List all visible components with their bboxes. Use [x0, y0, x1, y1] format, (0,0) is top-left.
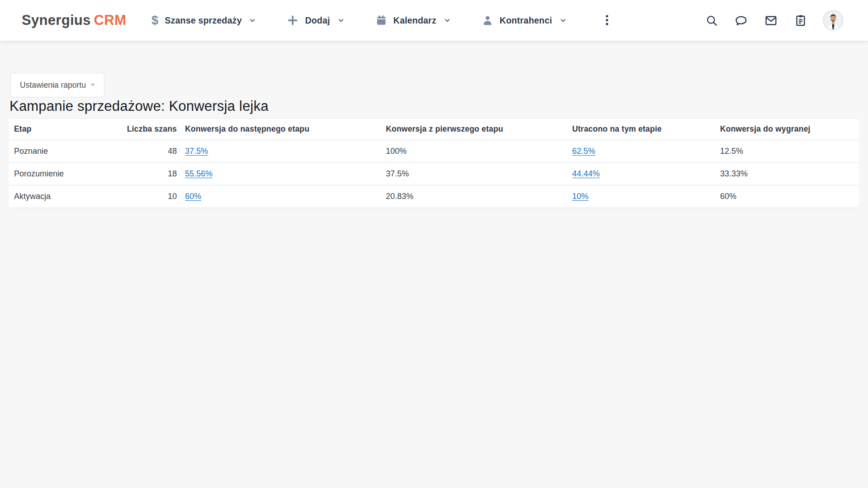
app-logo[interactable]: SynergiusCRM — [22, 12, 126, 28]
nav-item-kontrahenci[interactable]: Kontrahenci — [481, 12, 568, 29]
conversion-to-won: 60% — [712, 185, 859, 208]
next-stage-conversion-link[interactable]: 55.56% — [185, 169, 213, 178]
logo-text-primary: Synergius — [22, 12, 91, 28]
more-menu-button[interactable] — [597, 11, 617, 29]
chat-button[interactable] — [734, 13, 749, 28]
first-stage-conversion: 37.5% — [378, 163, 564, 185]
report-settings-label: Ustawienia raportu — [20, 81, 86, 90]
nav-item-label: Kalendarz — [394, 15, 436, 26]
mail-button[interactable] — [764, 13, 778, 28]
conversion-to-won: 33.33% — [712, 163, 859, 185]
chevron-down-icon — [249, 17, 256, 24]
user-avatar[interactable] — [823, 10, 844, 31]
first-stage-conversion: 20.83% — [378, 185, 564, 208]
next-stage-conversion-link[interactable]: 37.5% — [185, 147, 208, 156]
column-header-utracono: Utracono na tym etapie — [564, 119, 712, 140]
dollar-icon: $ — [152, 14, 158, 27]
column-header-etap: Etap — [9, 119, 122, 140]
logo-text-accent: CRM — [94, 12, 127, 28]
report-page: Ustawienia raportu Kampanie sprzedażowe:… — [0, 41, 868, 208]
caret-down-icon — [90, 84, 95, 86]
report-settings-button[interactable]: Ustawienia raportu — [10, 73, 104, 97]
search-button[interactable] — [705, 14, 719, 28]
page-title: Kampanie sprzedażowe: Konwersja lejka — [9, 98, 859, 114]
conversion-to-won: 12.5% — [712, 140, 859, 163]
nav-item-kalendarz[interactable]: Kalendarz — [375, 12, 452, 29]
stage-name: Poznanie — [9, 140, 122, 163]
nav-item-label: Kontrahenci — [500, 15, 552, 26]
column-header-liczba-szans: Liczba szans — [122, 119, 177, 140]
chance-count: 10 — [122, 185, 177, 208]
table-header-row: Etap Liczba szans Konwersja do następneg… — [9, 119, 859, 140]
more-vertical-icon — [601, 14, 613, 27]
chance-count: 48 — [122, 140, 177, 163]
plus-icon — [287, 14, 299, 26]
chat-icon — [735, 14, 748, 27]
clipboard-button[interactable] — [793, 13, 808, 28]
report-table-card: Etap Liczba szans Konwersja do następneg… — [9, 118, 859, 208]
stage-name: Porozumienie — [9, 163, 122, 185]
nav-item-dodaj[interactable]: Dodaj — [286, 12, 345, 29]
nav-item-szanse-sprzedazy[interactable]: $ Szanse sprzedaży — [151, 12, 257, 29]
mail-icon — [764, 14, 778, 27]
column-header-konwersja-nastepny: Konwersja do następnego etapu — [177, 119, 378, 140]
column-header-konwersja-wygrana: Konwersja do wygranej — [712, 119, 859, 140]
top-nav-bar: SynergiusCRM $ Szanse sprzedaży Dodaj Ka… — [0, 0, 868, 41]
column-header-konwersja-pierwszy: Konwersja z pierwszego etapu — [378, 119, 564, 140]
next-stage-conversion-link[interactable]: 60% — [185, 192, 201, 201]
chevron-down-icon — [337, 17, 345, 24]
table-row: Porozumienie 18 55.56% 37.5% 44.44% 33.3… — [9, 163, 859, 185]
main-navigation: $ Szanse sprzedaży Dodaj Kalendarz — [151, 11, 617, 29]
person-icon — [482, 14, 493, 26]
calendar-icon — [375, 14, 387, 26]
search-icon — [706, 14, 718, 27]
chevron-down-icon — [560, 17, 567, 24]
funnel-conversion-table: Etap Liczba szans Konwersja do następneg… — [9, 119, 859, 208]
table-row: Aktywacja 10 60% 20.83% 10% 60% — [9, 185, 859, 208]
lost-at-stage-link[interactable]: 44.44% — [572, 169, 600, 178]
nav-item-label: Szanse sprzedaży — [165, 15, 242, 26]
chevron-down-icon — [444, 17, 451, 24]
header-actions — [705, 10, 844, 31]
lost-at-stage-link[interactable]: 10% — [572, 192, 588, 201]
nav-item-label: Dodaj — [305, 15, 330, 26]
chance-count: 18 — [122, 163, 177, 185]
stage-name: Aktywacja — [9, 185, 122, 208]
clipboard-icon — [794, 14, 807, 27]
table-row: Poznanie 48 37.5% 100% 62.5% 12.5% — [9, 140, 859, 163]
lost-at-stage-link[interactable]: 62.5% — [572, 147, 595, 156]
first-stage-conversion: 100% — [378, 140, 564, 163]
